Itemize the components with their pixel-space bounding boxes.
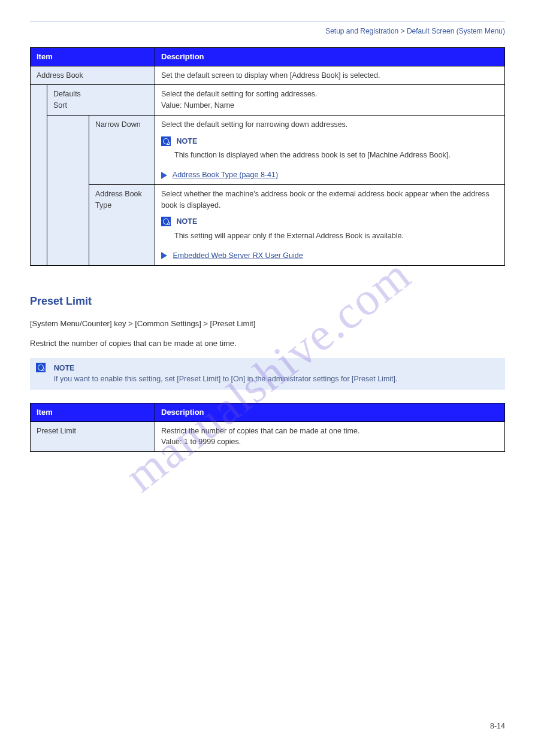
- row-address-book: Address Book: [31, 66, 155, 85]
- note-label: NOTE: [54, 364, 75, 372]
- row-address-book-type: Address Book Type: [89, 184, 155, 265]
- nav-path: [System Menu/Counter] key > [Common Sett…: [30, 318, 505, 330]
- ref-link-address-book-type[interactable]: Address Book Type (page 8-41): [173, 171, 278, 179]
- note-icon: [36, 363, 46, 372]
- note-box: NOTE If you want to enable this setting,…: [30, 358, 505, 390]
- ref-link-ews-guide[interactable]: Embedded Web Server RX User Guide: [173, 251, 303, 260]
- preset-limit-table: Item Description Preset Limit Restrict t…: [30, 403, 505, 452]
- note-icon: [161, 217, 171, 226]
- note-label: NOTE: [177, 136, 198, 146]
- arrow-icon: [161, 172, 167, 179]
- col-desc: Description: [155, 48, 505, 66]
- row-narrow-down-desc: Select the default setting for narrowing…: [155, 115, 505, 184]
- row-sort: Defaults Sort: [47, 85, 155, 116]
- address-book-table: Item Description Address Book Set the de…: [30, 47, 505, 266]
- note-label: NOTE: [177, 217, 198, 226]
- page-number: 8-14: [490, 721, 505, 732]
- note-body: This setting will appear only if the Ext…: [174, 230, 498, 242]
- note-icon: [161, 136, 171, 146]
- arrow-icon: [161, 252, 167, 259]
- note-body: If you want to enable this setting, set …: [54, 375, 398, 383]
- row-sort-desc: Select the default setting for sorting a…: [155, 85, 505, 116]
- section-para: Restrict the number of copies that can b…: [30, 338, 505, 350]
- note-body: This function is displayed when the addr…: [174, 150, 498, 161]
- row-narrow-down: Narrow Down: [89, 115, 155, 184]
- row-subgroup-gutter2: [47, 115, 89, 265]
- row-preset-limit: Preset Limit: [31, 421, 155, 452]
- row-subgroup-gutter: [31, 85, 47, 265]
- col-desc: Description: [155, 403, 505, 422]
- heading-preset-limit: Preset Limit: [30, 293, 505, 309]
- row-address-book-type-desc: Select whether the machine's address boo…: [155, 184, 505, 265]
- breadcrumb: Setup and Registration > Default Screen …: [30, 26, 505, 37]
- row-address-book-desc: Set the default screen to display when […: [155, 66, 505, 85]
- row-preset-limit-desc: Restrict the number of copies that can b…: [155, 421, 505, 452]
- col-item: Item: [31, 403, 155, 422]
- col-item: Item: [31, 48, 155, 66]
